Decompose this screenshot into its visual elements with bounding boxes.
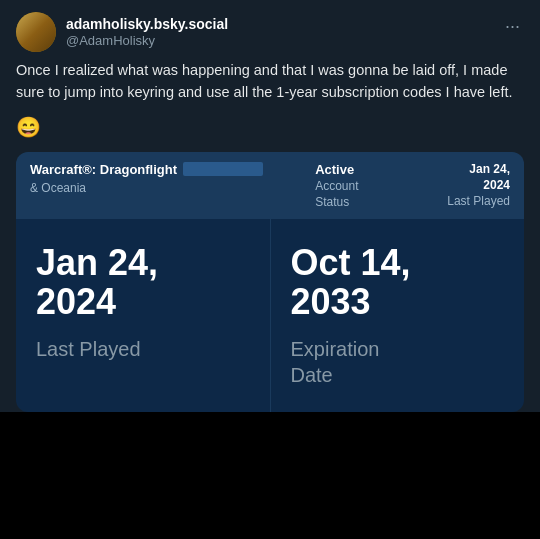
redacted-bar bbox=[183, 162, 263, 176]
game-subtitle: & Oceania bbox=[30, 181, 263, 195]
subscription-card-top: Warcraft®: Dragonflight & Oceania Active… bbox=[16, 152, 524, 219]
avatar[interactable] bbox=[16, 12, 56, 52]
user-info: adamholisky.bsky.social @AdamHolisky bbox=[66, 16, 228, 48]
avatar-image bbox=[16, 12, 56, 52]
card-left: Warcraft®: Dragonflight & Oceania bbox=[30, 162, 263, 195]
status-sublabel: Status bbox=[315, 195, 395, 209]
expanded-left-label: Last Played bbox=[36, 336, 250, 362]
more-options-icon[interactable]: ··· bbox=[501, 12, 524, 41]
tweet-body: Once I realized what was happening and t… bbox=[16, 60, 524, 142]
expanded-left-date: Jan 24, 2024 bbox=[36, 243, 250, 322]
subscription-card-wrapper: Warcraft®: Dragonflight & Oceania Active… bbox=[16, 152, 524, 412]
tweet-header: adamholisky.bsky.social @AdamHolisky ··· bbox=[16, 12, 524, 52]
status-label: Active bbox=[315, 162, 395, 177]
card-middle: Active Account Status bbox=[315, 162, 395, 209]
tweet-container: adamholisky.bsky.social @AdamHolisky ···… bbox=[0, 0, 540, 412]
card-date: Jan 24, bbox=[447, 162, 510, 176]
tweet-emoji: 😄 bbox=[16, 112, 524, 142]
card-right: Jan 24, 2024 Last Played bbox=[447, 162, 510, 208]
expanded-right-label: Expiration Date bbox=[291, 336, 505, 388]
expanded-card: Jan 24, 2024 Last Played Oct 14, 2033 Ex… bbox=[16, 219, 524, 412]
tweet-text: Once I realized what was happening and t… bbox=[16, 62, 513, 100]
expanded-left: Jan 24, 2024 Last Played bbox=[16, 219, 271, 412]
handle: @AdamHolisky bbox=[66, 33, 228, 49]
account-label: Account bbox=[315, 179, 395, 193]
expanded-right-date: Oct 14, 2033 bbox=[291, 243, 505, 322]
expanded-right: Oct 14, 2033 Expiration Date bbox=[271, 219, 525, 412]
card-year: 2024 bbox=[447, 178, 510, 192]
card-date-sub: Last Played bbox=[447, 194, 510, 208]
tweet-header-left: adamholisky.bsky.social @AdamHolisky bbox=[16, 12, 228, 52]
game-title: Warcraft®: Dragonflight bbox=[30, 162, 263, 177]
display-name: adamholisky.bsky.social bbox=[66, 16, 228, 33]
